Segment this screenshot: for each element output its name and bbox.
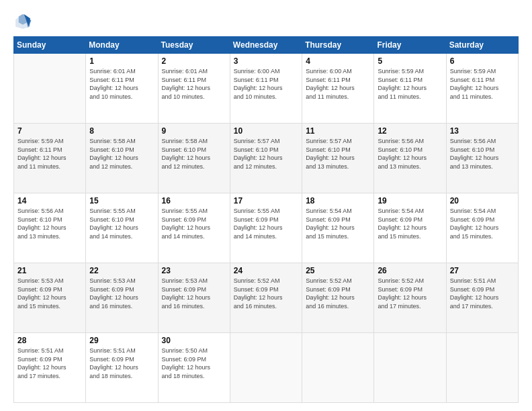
- day-header-saturday: Saturday: [446, 37, 518, 54]
- calendar: SundayMondayTuesdayWednesdayThursdayFrid…: [13, 36, 519, 403]
- day-info: Sunrise: 5:58 AMSunset: 6:10 PMDaylight:…: [162, 137, 226, 171]
- day-number: 12: [378, 126, 442, 136]
- day-info: Sunrise: 5:55 AMSunset: 6:09 PMDaylight:…: [234, 207, 298, 240]
- calendar-week-row: 21Sunrise: 5:53 AMSunset: 6:09 PMDayligh…: [14, 263, 519, 333]
- day-header-tuesday: Tuesday: [158, 37, 230, 54]
- calendar-cell: [14, 54, 86, 124]
- calendar-cell: 11Sunrise: 5:57 AMSunset: 6:10 PMDayligh…: [302, 124, 374, 193]
- day-info: Sunrise: 5:53 AMSunset: 6:09 PMDaylight:…: [17, 277, 82, 310]
- day-number: 1: [89, 56, 154, 66]
- calendar-cell: 26Sunrise: 5:52 AMSunset: 6:09 PMDayligh…: [374, 263, 446, 333]
- day-number: 10: [234, 126, 298, 136]
- day-info: Sunrise: 5:54 AMSunset: 6:09 PMDaylight:…: [378, 207, 442, 240]
- day-number: 17: [234, 196, 298, 205]
- calendar-cell: 21Sunrise: 5:53 AMSunset: 6:09 PMDayligh…: [14, 263, 86, 333]
- day-info: Sunrise: 6:01 AMSunset: 6:11 PMDaylight:…: [162, 67, 226, 101]
- calendar-cell: 18Sunrise: 5:54 AMSunset: 6:09 PMDayligh…: [302, 193, 374, 263]
- day-number: 9: [162, 126, 226, 136]
- day-info: Sunrise: 5:55 AMSunset: 6:10 PMDaylight:…: [89, 207, 154, 240]
- calendar-cell: 19Sunrise: 5:54 AMSunset: 6:09 PMDayligh…: [374, 193, 446, 263]
- day-header-monday: Monday: [86, 37, 158, 54]
- calendar-cell: 3Sunrise: 6:00 AMSunset: 6:11 PMDaylight…: [230, 54, 302, 124]
- day-header-thursday: Thursday: [302, 37, 374, 54]
- day-info: Sunrise: 5:56 AMSunset: 6:10 PMDaylight:…: [17, 207, 82, 240]
- day-number: 23: [162, 266, 226, 275]
- day-number: 19: [378, 196, 442, 205]
- day-info: Sunrise: 5:53 AMSunset: 6:09 PMDaylight:…: [162, 277, 226, 310]
- calendar-cell: [230, 333, 302, 403]
- day-info: Sunrise: 5:56 AMSunset: 6:10 PMDaylight:…: [450, 137, 515, 171]
- day-number: 3: [234, 56, 298, 66]
- day-header-sunday: Sunday: [14, 37, 86, 54]
- calendar-cell: 25Sunrise: 5:52 AMSunset: 6:09 PMDayligh…: [302, 263, 374, 333]
- calendar-week-row: 14Sunrise: 5:56 AMSunset: 6:10 PMDayligh…: [14, 193, 519, 263]
- day-info: Sunrise: 5:53 AMSunset: 6:09 PMDaylight:…: [89, 277, 154, 310]
- day-number: 21: [17, 266, 82, 275]
- calendar-cell: 5Sunrise: 5:59 AMSunset: 6:11 PMDaylight…: [374, 54, 446, 124]
- day-info: Sunrise: 5:57 AMSunset: 6:10 PMDaylight:…: [234, 137, 298, 171]
- day-info: Sunrise: 5:50 AMSunset: 6:09 PMDaylight:…: [162, 347, 226, 380]
- day-header-friday: Friday: [374, 37, 446, 54]
- day-number: 25: [306, 266, 370, 275]
- day-number: 26: [378, 266, 442, 275]
- calendar-cell: 16Sunrise: 5:55 AMSunset: 6:09 PMDayligh…: [158, 193, 230, 263]
- calendar-cell: 22Sunrise: 5:53 AMSunset: 6:09 PMDayligh…: [86, 263, 158, 333]
- calendar-cell: 6Sunrise: 5:59 AMSunset: 6:11 PMDaylight…: [446, 54, 518, 124]
- day-number: 11: [306, 126, 370, 136]
- calendar-cell: 23Sunrise: 5:53 AMSunset: 6:09 PMDayligh…: [158, 263, 230, 333]
- day-header-wednesday: Wednesday: [230, 37, 302, 54]
- day-number: 6: [450, 56, 515, 66]
- day-info: Sunrise: 5:52 AMSunset: 6:09 PMDaylight:…: [234, 277, 298, 310]
- logo-icon: [13, 12, 32, 31]
- calendar-cell: 24Sunrise: 5:52 AMSunset: 6:09 PMDayligh…: [230, 263, 302, 333]
- calendar-cell: 12Sunrise: 5:56 AMSunset: 6:10 PMDayligh…: [374, 124, 446, 193]
- calendar-cell: 27Sunrise: 5:51 AMSunset: 6:09 PMDayligh…: [446, 263, 518, 333]
- day-info: Sunrise: 5:51 AMSunset: 6:09 PMDaylight:…: [17, 347, 82, 380]
- day-number: 4: [306, 56, 370, 66]
- day-number: 2: [162, 56, 226, 66]
- day-info: Sunrise: 5:59 AMSunset: 6:11 PMDaylight:…: [450, 67, 515, 101]
- day-number: 15: [89, 196, 154, 205]
- calendar-cell: 17Sunrise: 5:55 AMSunset: 6:09 PMDayligh…: [230, 193, 302, 263]
- calendar-cell: 4Sunrise: 6:00 AMSunset: 6:11 PMDaylight…: [302, 54, 374, 124]
- calendar-cell: 14Sunrise: 5:56 AMSunset: 6:10 PMDayligh…: [14, 193, 86, 263]
- calendar-week-row: 28Sunrise: 5:51 AMSunset: 6:09 PMDayligh…: [14, 333, 519, 403]
- calendar-cell: 2Sunrise: 6:01 AMSunset: 6:11 PMDaylight…: [158, 54, 230, 124]
- calendar-cell: 13Sunrise: 5:56 AMSunset: 6:10 PMDayligh…: [446, 124, 518, 193]
- day-info: Sunrise: 5:57 AMSunset: 6:10 PMDaylight:…: [306, 137, 370, 171]
- calendar-cell: [374, 333, 446, 403]
- day-number: 18: [306, 196, 370, 205]
- day-number: 7: [17, 126, 82, 136]
- day-number: 29: [89, 336, 154, 345]
- day-info: Sunrise: 6:00 AMSunset: 6:11 PMDaylight:…: [306, 67, 370, 101]
- calendar-cell: 7Sunrise: 5:59 AMSunset: 6:11 PMDaylight…: [14, 124, 86, 193]
- day-info: Sunrise: 5:55 AMSunset: 6:09 PMDaylight:…: [162, 207, 226, 240]
- day-number: 20: [450, 196, 515, 205]
- calendar-header-row: SundayMondayTuesdayWednesdayThursdayFrid…: [14, 37, 519, 54]
- calendar-cell: [446, 333, 518, 403]
- day-number: 16: [162, 196, 226, 205]
- day-info: Sunrise: 5:56 AMSunset: 6:10 PMDaylight:…: [378, 137, 442, 171]
- day-number: 5: [378, 56, 442, 66]
- calendar-cell: 1Sunrise: 6:01 AMSunset: 6:11 PMDaylight…: [86, 54, 158, 124]
- calendar-cell: 8Sunrise: 5:58 AMSunset: 6:10 PMDaylight…: [86, 124, 158, 193]
- day-number: 30: [162, 336, 226, 345]
- day-info: Sunrise: 5:58 AMSunset: 6:10 PMDaylight:…: [89, 137, 154, 171]
- day-info: Sunrise: 5:51 AMSunset: 6:09 PMDaylight:…: [450, 277, 515, 310]
- day-info: Sunrise: 5:59 AMSunset: 6:11 PMDaylight:…: [378, 67, 442, 101]
- day-info: Sunrise: 5:59 AMSunset: 6:11 PMDaylight:…: [17, 137, 82, 171]
- day-info: Sunrise: 6:01 AMSunset: 6:11 PMDaylight:…: [89, 67, 154, 101]
- day-number: 27: [450, 266, 515, 275]
- day-number: 14: [17, 196, 82, 205]
- calendar-cell: 28Sunrise: 5:51 AMSunset: 6:09 PMDayligh…: [14, 333, 86, 403]
- calendar-cell: [302, 333, 374, 403]
- day-info: Sunrise: 5:54 AMSunset: 6:09 PMDaylight:…: [450, 207, 515, 240]
- day-number: 22: [89, 266, 154, 275]
- calendar-cell: 20Sunrise: 5:54 AMSunset: 6:09 PMDayligh…: [446, 193, 518, 263]
- calendar-cell: 10Sunrise: 5:57 AMSunset: 6:10 PMDayligh…: [230, 124, 302, 193]
- page: SundayMondayTuesdayWednesdayThursdayFrid…: [0, 0, 532, 411]
- day-info: Sunrise: 5:54 AMSunset: 6:09 PMDaylight:…: [306, 207, 370, 240]
- calendar-cell: 9Sunrise: 5:58 AMSunset: 6:10 PMDaylight…: [158, 124, 230, 193]
- day-info: Sunrise: 5:52 AMSunset: 6:09 PMDaylight:…: [306, 277, 370, 310]
- calendar-cell: 30Sunrise: 5:50 AMSunset: 6:09 PMDayligh…: [158, 333, 230, 403]
